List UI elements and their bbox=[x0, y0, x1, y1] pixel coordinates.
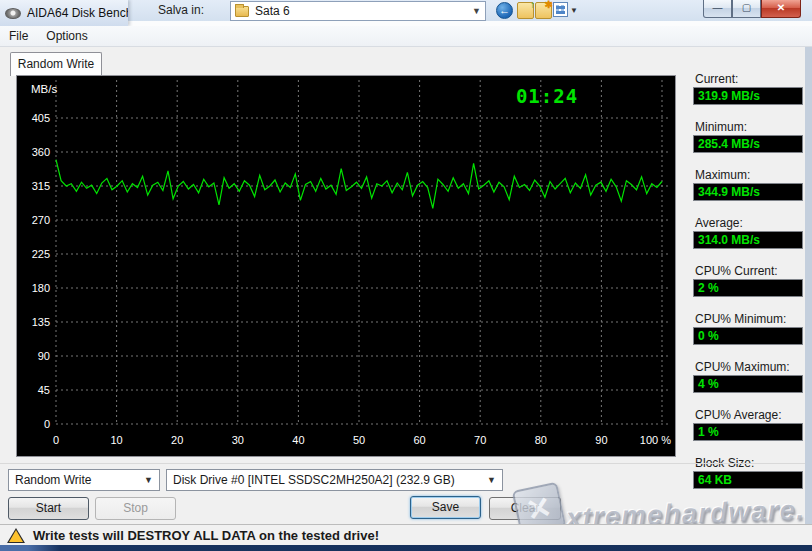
maximize-button[interactable]: ▢ bbox=[732, 0, 761, 18]
stat-value-minimum: 285.4 MB/s bbox=[693, 135, 803, 153]
folder-icon bbox=[235, 6, 249, 17]
stat-value-cpu-minimum: 0 % bbox=[693, 327, 803, 345]
separator-line bbox=[0, 463, 812, 464]
stat-label-cpu-average: CPU% Average: bbox=[695, 408, 807, 421]
save-in-label: Salva in: bbox=[158, 3, 204, 17]
svg-text:50: 50 bbox=[353, 434, 365, 446]
stat-value-cpu-maximum: 4 % bbox=[693, 375, 803, 393]
svg-text:MB/s: MB/s bbox=[31, 83, 57, 95]
svg-text:80: 80 bbox=[535, 434, 547, 446]
stat-value-maximum: 344.9 MB/s bbox=[693, 183, 803, 201]
svg-text:90: 90 bbox=[595, 434, 607, 446]
svg-text:315: 315 bbox=[32, 180, 50, 192]
svg-text:135: 135 bbox=[32, 316, 50, 328]
chevron-down-icon[interactable]: ▼ bbox=[472, 6, 481, 16]
stat-value-current: 319.9 MB/s bbox=[693, 87, 803, 105]
menu-options[interactable]: Options bbox=[37, 27, 96, 45]
close-button[interactable]: ✕ bbox=[761, 0, 801, 18]
new-badge-glyph: ✱ bbox=[545, 0, 553, 10]
taskbar-sliver bbox=[0, 545, 812, 551]
tab-random-write[interactable]: Random Write bbox=[10, 52, 102, 76]
warning-icon bbox=[7, 528, 25, 543]
up-folder-icon[interactable]: ↑ bbox=[517, 2, 534, 19]
elapsed-time: 01:24 bbox=[487, 85, 607, 107]
svg-text:10: 10 bbox=[110, 434, 122, 446]
svg-text:0: 0 bbox=[44, 418, 50, 430]
warning-text: Write tests will DESTROY ALL DATA on the… bbox=[33, 528, 379, 543]
stat-label-cpu-maximum: CPU% Maximum: bbox=[695, 360, 807, 373]
new-folder-icon[interactable]: ✱ bbox=[535, 2, 552, 19]
chevron-down-icon[interactable]: ▼ bbox=[487, 475, 496, 485]
svg-text:40: 40 bbox=[292, 434, 304, 446]
views-caret-icon[interactable]: ▼ bbox=[570, 6, 578, 15]
drive-value: Disk Drive #0 [INTEL SSDSC2MH250A2] (232… bbox=[173, 473, 455, 487]
warning-bar: Write tests will DESTROY ALL DATA on the… bbox=[0, 524, 812, 545]
stop-button[interactable]: Stop bbox=[95, 497, 176, 520]
stat-label-current: Current: bbox=[695, 72, 807, 85]
screen: Salva in: Sata 6 ▼ ← ↑ ✱ ▼ — ▢ ✕ AIDA64 … bbox=[0, 0, 812, 551]
window-right-border bbox=[805, 47, 812, 524]
svg-text:180: 180 bbox=[32, 282, 50, 294]
window-controls: — ▢ ✕ bbox=[703, 0, 801, 18]
svg-text:30: 30 bbox=[232, 434, 244, 446]
stat-label-minimum: Minimum: bbox=[695, 120, 807, 133]
svg-text:60: 60 bbox=[413, 434, 425, 446]
stat-value-average: 314.0 MB/s bbox=[693, 231, 803, 249]
stat-value-cpu-current: 2 % bbox=[693, 279, 803, 297]
svg-text:360: 360 bbox=[32, 146, 50, 158]
menu-file[interactable]: File bbox=[0, 27, 37, 45]
save-location-combobox[interactable]: Sata 6 ▼ bbox=[230, 1, 486, 21]
stat-label-cpu-minimum: CPU% Minimum: bbox=[695, 312, 807, 325]
save-button[interactable]: Save bbox=[410, 496, 481, 519]
views-icon[interactable] bbox=[553, 2, 568, 17]
back-icon[interactable]: ← bbox=[496, 2, 513, 19]
drive-combobox[interactable]: Disk Drive #0 [INTEL SSDSC2MH250A2] (232… bbox=[166, 469, 503, 491]
svg-text:90: 90 bbox=[38, 350, 50, 362]
svg-text:45: 45 bbox=[38, 384, 50, 396]
svg-text:270: 270 bbox=[32, 214, 50, 226]
window-title: AIDA64 Disk Bench bbox=[27, 6, 128, 20]
stat-value-cpu-average: 1 % bbox=[693, 423, 803, 441]
benchmark-chart: 4053603152702251801359045001020304050607… bbox=[16, 75, 676, 457]
views-grid-glyph bbox=[556, 5, 565, 14]
menu-bar: File Options bbox=[0, 26, 812, 47]
test-type-combobox[interactable]: Random Write ▼ bbox=[8, 469, 160, 491]
svg-text:405: 405 bbox=[32, 112, 50, 124]
disk-icon bbox=[5, 8, 21, 19]
stat-label-cpu-current: CPU% Current: bbox=[695, 264, 807, 277]
test-type-value: Random Write bbox=[15, 473, 91, 487]
svg-text:225: 225 bbox=[32, 248, 50, 260]
title-bar[interactable]: AIDA64 Disk Bench bbox=[0, 0, 128, 26]
stat-value-block-size: 64 KB bbox=[693, 471, 803, 489]
stat-label-average: Average: bbox=[695, 216, 807, 229]
svg-text:0: 0 bbox=[53, 434, 59, 446]
svg-text:100 %: 100 % bbox=[640, 434, 671, 446]
svg-text:20: 20 bbox=[171, 434, 183, 446]
svg-text:70: 70 bbox=[474, 434, 486, 446]
stats-panel: Current: 319.9 MB/s Minimum: 285.4 MB/s … bbox=[693, 72, 807, 504]
stat-label-maximum: Maximum: bbox=[695, 168, 807, 181]
start-button[interactable]: Start bbox=[8, 497, 89, 520]
chart-canvas: 4053603152702251801359045001020304050607… bbox=[17, 76, 675, 456]
chevron-down-icon[interactable]: ▼ bbox=[144, 475, 153, 485]
save-location-value: Sata 6 bbox=[255, 4, 290, 18]
minimize-button[interactable]: — bbox=[703, 0, 732, 18]
